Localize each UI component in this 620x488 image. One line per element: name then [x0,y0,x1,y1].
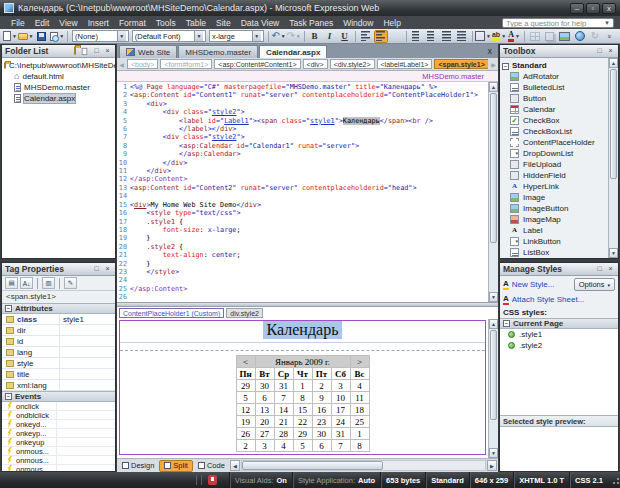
calendar-date-cell[interactable]: 10 [331,392,350,404]
calendar-control[interactable]: <Январь 2009 г.>ПнВтСрЧтПтСбВс2930311234… [236,355,370,452]
insert-hyperlink-button[interactable] [573,30,587,43]
tree-item-mhsdemo-master[interactable]: MHSDemo.master [2,82,115,93]
calendar-date-cell[interactable]: 3 [255,440,274,452]
calendar-date-cell[interactable]: 30 [255,380,274,392]
toolbox-item-linkbutton[interactable]: LinkButton [502,236,608,247]
calendar-date-cell[interactable]: 16 [312,404,331,416]
align-center-button[interactable] [374,30,388,43]
attribute-row-id[interactable]: id [2,336,115,347]
attribute-row-lang[interactable]: lang [2,347,115,358]
resize-grip[interactable] [610,475,620,485]
categorized-icon[interactable]: ▤ [5,277,18,289]
calendar-date-cell[interactable]: 18 [350,404,369,416]
toolbox-item-hyperlink[interactable]: AHyperLink [502,181,608,192]
calendar-date-cell[interactable]: 20 [255,416,274,428]
menu-view[interactable]: View [54,17,82,29]
tag-chip-asp-content-content1[interactable]: <asp:Content#Content1> [214,59,300,69]
toolbox-item-label[interactable]: ALabel [502,225,608,236]
toolbox-section-standard[interactable]: – Standard [502,59,608,71]
menu-task-panes[interactable]: Task Panes [284,17,338,29]
toolbox-scrollbar[interactable]: ▲ ▼ [608,58,618,258]
menu-window[interactable]: Window [338,17,378,29]
menu-site[interactable]: Site [211,17,236,29]
calendar-date-cell[interactable]: 31 [331,428,350,440]
highlight-button[interactable]: ab▼ [492,30,506,43]
crumb-left-icon[interactable]: ◀ [118,61,125,68]
menu-table[interactable]: Table [181,17,211,29]
help-search-input[interactable]: Type a question for help ▼ [502,18,614,28]
tag-chip-body[interactable]: <body> [127,59,158,69]
tag-chip-div-style2[interactable]: <div.style2> [330,59,375,69]
calendar-date-cell[interactable]: 27 [255,428,274,440]
calendar-date-cell[interactable]: 19 [236,416,255,428]
menu-insert[interactable]: Insert [83,17,114,29]
indent-button[interactable] [455,30,469,43]
menu-edit[interactable]: Edit [30,17,55,29]
calendar-date-cell[interactable]: 11 [350,392,369,404]
bullet-list-button[interactable] [425,30,439,43]
new-folder-icon[interactable] [70,47,79,56]
calendar-next-button[interactable]: > [350,356,369,368]
toolbox-item-fileupload[interactable]: FileUpload [502,159,608,170]
calendar-date-cell[interactable]: 8 [293,392,312,404]
bold-button[interactable]: B [308,30,322,43]
new-style-link[interactable]: New Style... [512,280,555,289]
size-select[interactable]: x-large▼ [209,30,264,42]
borders-button[interactable]: ▼ [475,30,491,43]
calendar-date-cell[interactable]: 7 [331,440,350,452]
italic-button[interactable]: I [323,30,337,43]
undo-button[interactable]: ↶▼ [272,30,286,43]
scroll-down-icon[interactable]: ▼ [609,248,618,258]
close-panel-icon[interactable]: × [103,265,112,274]
close-panel-icon[interactable]: × [103,47,112,56]
design-tab-div-style2[interactable]: div.style2 [226,308,263,318]
calendar-date-cell[interactable]: 15 [293,404,312,416]
calendar-date-cell[interactable]: 24 [331,416,350,428]
float-panel-icon[interactable]: □ [595,265,604,274]
calendar-date-cell[interactable]: 28 [274,428,293,440]
toolbox-item-listbox[interactable]: ListBox [502,247,608,258]
calendar-date-cell[interactable]: 2 [312,380,331,392]
toolbox-item-adrotator[interactable]: AdRotator [502,71,608,82]
scroll-down-icon[interactable]: ▼ [489,292,498,302]
calendar-date-cell[interactable]: 1 [350,428,369,440]
tab-calendar-aspx[interactable]: Calendar.aspx [259,45,327,58]
save-button[interactable] [35,30,49,43]
design-tab-contentplaceholder1-custom[interactable]: ContentPlaceHolder1 (Custom) [119,308,224,318]
menu-format[interactable]: Format [114,17,151,29]
scroll-up-icon[interactable]: ▲ [489,319,498,329]
calendar-date-cell[interactable]: 22 [293,416,312,428]
numbered-list-button[interactable] [410,30,424,43]
calendar-date-cell[interactable]: 31 [274,380,293,392]
calendar-date-cell[interactable]: 4 [274,440,293,452]
calendar-date-cell[interactable]: 25 [350,416,369,428]
toolbar-options-button[interactable]: » [603,30,617,43]
attribute-row-style[interactable]: style [2,358,115,369]
calendar-date-cell[interactable]: 29 [293,428,312,440]
close-panel-icon[interactable]: × [606,265,615,274]
calendar-date-cell[interactable]: 13 [255,404,274,416]
design-pane[interactable]: Календарь <Январь 2009 г.>ПнВтСрЧтПтСбВс… [117,319,498,458]
design-vertical-scrollbar[interactable]: ▲ ▼ [488,319,498,458]
style-item-style1[interactable]: .style1 [500,329,618,340]
crumb-right-icon[interactable]: ▶ [490,61,497,68]
menu-data-view[interactable]: Data View [236,17,285,29]
view-code-button[interactable]: Code [194,460,229,472]
view-design-button[interactable]: Design [118,460,158,472]
scroll-left-icon[interactable]: ◀ [230,460,240,471]
toolbox-item-button[interactable]: Button [502,93,608,104]
tag-chip-div[interactable]: <div> [303,59,328,69]
attribute-row-class[interactable]: classstyle1 [2,314,115,325]
outdent-button[interactable] [440,30,454,43]
calendar-prev-button[interactable]: < [236,356,255,368]
toolbox-item-image[interactable]: Image [502,192,608,203]
calendar-date-cell[interactable]: 2 [236,440,255,452]
calendar-date-cell[interactable]: 7 [274,392,293,404]
calendar-date-cell[interactable]: 17 [331,404,350,416]
scroll-down-icon[interactable]: ▼ [489,448,498,458]
calendar-date-cell[interactable]: 12 [236,404,255,416]
insert-picture-button[interactable] [558,30,572,43]
calendar-date-cell[interactable]: 9 [312,392,331,404]
toolbox-item-imagemap[interactable]: ImageMap [502,214,608,225]
float-panel-icon[interactable]: □ [595,47,604,56]
